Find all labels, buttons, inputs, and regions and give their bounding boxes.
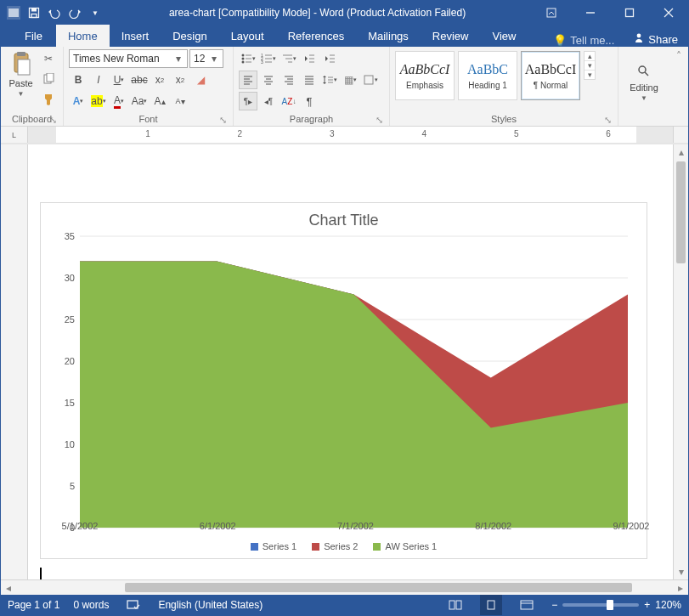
shading-button[interactable]: ▦▾ (341, 71, 359, 89)
justify-button[interactable] (300, 71, 319, 89)
save-icon[interactable] (26, 7, 42, 19)
vertical-scrollbar[interactable]: ▴ ▾ (673, 144, 688, 579)
horizontal-ruler[interactable]: L 123456 (1, 127, 688, 144)
zoom-out-button[interactable]: − (551, 599, 557, 611)
qat-dropdown-icon[interactable]: ▼ (88, 9, 103, 17)
shrink-font-button[interactable]: A▾ (171, 92, 189, 110)
change-case-button[interactable]: Aa▾ (130, 92, 149, 110)
minimize-button[interactable] (571, 1, 610, 25)
tab-insert[interactable]: Insert (110, 25, 161, 47)
status-page[interactable]: Page 1 of 1 (8, 599, 59, 611)
zoom-control[interactable]: − + 120% (551, 599, 681, 611)
bucket-icon: ▦ (344, 74, 353, 86)
underline-button[interactable]: U▾ (110, 71, 128, 89)
zoom-in-button[interactable]: + (644, 599, 650, 611)
scroll-thumb[interactable] (125, 583, 632, 592)
zoom-slider[interactable] (562, 603, 639, 607)
borders-button[interactable]: ▾ (361, 71, 380, 89)
multilevel-button[interactable]: ▾ (280, 49, 298, 68)
zoom-value[interactable]: 120% (655, 599, 681, 611)
ltr-button[interactable]: ¶▸ (239, 92, 257, 110)
decrease-indent-button[interactable] (300, 49, 319, 68)
clipboard-dialog-icon[interactable]: ⤡ (48, 115, 58, 125)
numbering-button[interactable]: 123▾ (259, 49, 278, 68)
tab-mailings[interactable]: Mailings (356, 25, 421, 47)
scroll-up-icon[interactable]: ▴ (674, 144, 688, 160)
tab-layout[interactable]: Layout (219, 25, 276, 47)
vertical-ruler[interactable] (1, 144, 28, 579)
document-page[interactable]: Chart Title 05101520253035 5/1/20026/1/2… (28, 144, 673, 579)
rtl-button[interactable]: ◂¶ (259, 92, 278, 110)
print-layout-icon[interactable] (480, 595, 502, 615)
font-size-combo[interactable]: 12▾ (189, 49, 223, 68)
tab-review[interactable]: Review (421, 25, 481, 47)
close-button[interactable] (649, 1, 688, 25)
align-left-button[interactable] (239, 71, 257, 89)
line-spacing-icon (322, 74, 334, 86)
clear-formatting-button[interactable]: ◢ (191, 71, 210, 89)
line-spacing-button[interactable]: ▾ (320, 71, 339, 89)
style-normal[interactable]: AaBbCcI ¶ Normal (521, 51, 580, 100)
subscript-button[interactable]: x2 (150, 71, 169, 89)
zoom-knob[interactable] (607, 600, 613, 610)
font-dialog-icon[interactable]: ⤡ (217, 115, 228, 125)
font-name-combo[interactable]: Times New Roman▾ (69, 49, 188, 68)
read-mode-icon[interactable] (444, 595, 466, 615)
paste-button[interactable]: Paste ▼ (6, 49, 36, 112)
tell-me-label: Tell me... (570, 34, 614, 47)
scroll-thumb[interactable] (676, 161, 686, 263)
status-words[interactable]: 0 words (73, 599, 109, 611)
text-effects-button[interactable]: A▾ (69, 92, 88, 110)
style-emphasis[interactable]: AaBbCcI Emphasis (395, 51, 455, 100)
sort-button[interactable]: AZ↓ (280, 92, 298, 110)
highlight-button[interactable]: ab▾ (89, 92, 108, 110)
share-button[interactable]: Share (623, 32, 688, 47)
tab-references[interactable]: References (276, 25, 356, 47)
undo-icon[interactable] (47, 7, 62, 19)
collapse-ribbon-button[interactable]: ˄ (669, 47, 688, 126)
tab-file[interactable]: File (11, 25, 56, 47)
cut-button[interactable]: ✂ (39, 49, 58, 68)
spellcheck-icon[interactable] (122, 595, 144, 615)
font-color-button[interactable]: A▾ (110, 92, 128, 110)
horizontal-scrollbar[interactable]: ◂ ▸ (1, 579, 688, 595)
styles-gallery-scroll[interactable]: ▴ ▾ ▾ (584, 51, 596, 80)
superscript-button[interactable]: x2 (171, 71, 189, 89)
scroll-right-icon[interactable]: ▸ (673, 580, 688, 596)
align-center-button[interactable] (259, 71, 278, 89)
tab-view[interactable]: View (480, 25, 528, 47)
italic-button[interactable]: I (89, 71, 108, 89)
scroll-left-icon[interactable]: ◂ (1, 580, 16, 596)
tell-me-search[interactable]: 💡 Tell me... (545, 34, 623, 47)
chart-object[interactable]: Chart Title 05101520253035 5/1/20026/1/2… (40, 202, 647, 559)
format-painter-button[interactable] (39, 90, 58, 109)
gallery-expand-icon[interactable]: ▾ (585, 71, 595, 79)
ruler-corner[interactable]: L (1, 127, 28, 143)
strikethrough-button[interactable]: abc (130, 71, 149, 89)
status-language[interactable]: English (United States) (158, 599, 263, 611)
ribbon-options-icon[interactable] (532, 1, 571, 25)
copy-button[interactable] (39, 70, 58, 88)
paragraph-dialog-icon[interactable]: ⤡ (374, 115, 384, 125)
chevron-down-icon[interactable]: ▾ (585, 61, 595, 71)
bold-button[interactable]: B (69, 71, 88, 89)
redo-icon[interactable] (67, 7, 82, 19)
bullets-button[interactable]: ▾ (239, 49, 257, 68)
ruler-toggle-icon[interactable] (673, 127, 688, 143)
tab-design[interactable]: Design (161, 25, 218, 47)
svg-rect-7 (626, 9, 634, 17)
style-heading1[interactable]: AaBbC Heading 1 (458, 51, 517, 100)
scroll-down-icon[interactable]: ▾ (674, 564, 688, 579)
styles-dialog-icon[interactable]: ⤡ (602, 115, 613, 125)
web-layout-icon[interactable] (516, 595, 538, 615)
svg-text:5: 5 (70, 481, 75, 491)
increase-indent-button[interactable] (320, 49, 339, 68)
show-marks-button[interactable]: ¶ (300, 92, 319, 110)
maximize-button[interactable] (610, 1, 649, 25)
chevron-up-icon[interactable]: ▴ (585, 52, 595, 61)
tab-home[interactable]: Home (56, 25, 110, 47)
editing-button[interactable]: Editing ▼ (624, 49, 664, 112)
align-right-button[interactable] (280, 71, 298, 89)
svg-text:3: 3 (261, 59, 263, 65)
grow-font-button[interactable]: A▴ (150, 92, 169, 110)
